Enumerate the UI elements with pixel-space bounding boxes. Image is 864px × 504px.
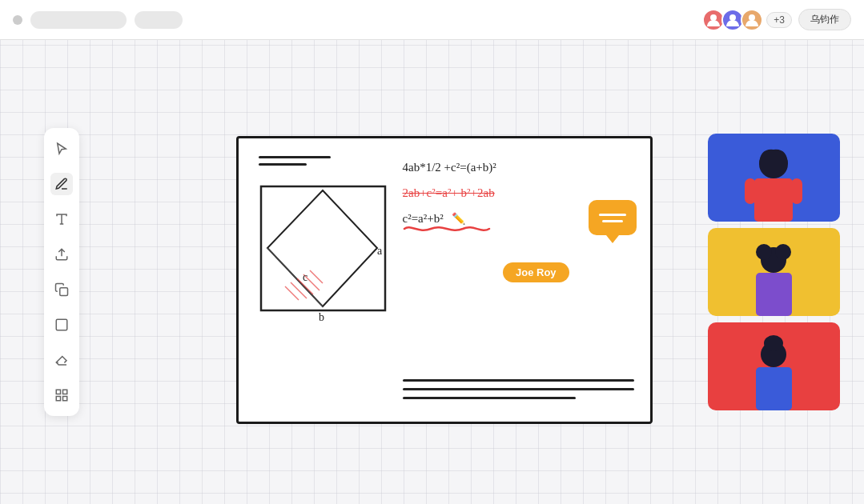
svg-rect-3 [60, 288, 68, 296]
svg-rect-27 [756, 273, 792, 316]
svg-rect-22 [745, 178, 756, 204]
cursor-tool[interactable] [50, 138, 73, 160]
whiteboard[interactable]: c a b 4ab*1/2 +c²=(a+b)² [236, 136, 653, 424]
svg-rect-30 [756, 367, 792, 410]
svg-rect-4 [56, 319, 67, 330]
top-bar-right: +3 乌钧作 [702, 9, 851, 31]
formula-2-container: 2ab+c²=a²+ b²+2ab [403, 186, 638, 200]
wb-bottom-lines [403, 379, 634, 399]
svg-text:a: a [377, 245, 383, 257]
pen-tool[interactable] [50, 173, 73, 195]
svg-rect-7 [56, 397, 60, 401]
video-panel-3[interactable] [708, 322, 840, 410]
top-bar-left [13, 11, 183, 29]
wb-top-lines [259, 156, 331, 166]
chat-bubble [589, 200, 637, 235]
action-button[interactable]: 乌钧作 [798, 9, 851, 30]
svg-point-0 [710, 14, 717, 21]
formula-1: 4ab*1/2 +c²=(a+b)² [403, 161, 638, 174]
app-container: +3 乌钧作 [0, 0, 864, 504]
svg-point-25 [756, 244, 772, 260]
avatar-3[interactable] [741, 9, 763, 31]
video-panel-1[interactable] [708, 134, 840, 222]
top-bar: +3 乌钧作 [0, 0, 864, 40]
svg-rect-23 [791, 178, 802, 204]
svg-text:b: b [319, 311, 324, 323]
chat-line-1 [599, 214, 626, 216]
formula-2: 2ab+c²=a²+ b²+2ab [403, 186, 495, 199]
eraser-tool[interactable] [50, 349, 73, 371]
svg-line-16 [310, 270, 323, 283]
top-bar-pill2 [135, 11, 183, 29]
svg-rect-8 [63, 397, 67, 401]
video-panel-2[interactable] [708, 228, 840, 316]
grid-tool[interactable] [50, 384, 73, 406]
copy-tool[interactable] [50, 278, 73, 301]
svg-rect-5 [56, 390, 60, 394]
video-panels [708, 134, 840, 410]
toolbar [44, 128, 79, 416]
svg-point-29 [764, 335, 783, 351]
main-content: c a b 4ab*1/2 +c²=(a+b)² [0, 40, 864, 504]
red-squiggle [403, 222, 491, 234]
rect-tool[interactable] [50, 314, 73, 336]
whiteboard-content: c a b 4ab*1/2 +c²=(a+b)² [239, 138, 650, 422]
chat-line-2 [602, 220, 623, 222]
svg-point-1 [729, 14, 736, 21]
joe-roy-label: Joe Roy [503, 262, 569, 282]
svg-marker-10 [267, 190, 377, 306]
svg-text:c: c [303, 271, 307, 283]
svg-rect-6 [63, 390, 67, 394]
text-tool[interactable] [50, 208, 73, 230]
svg-rect-9 [261, 186, 385, 310]
svg-point-2 [749, 14, 755, 21]
svg-point-26 [775, 244, 791, 260]
svg-line-11 [267, 248, 323, 306]
formula-3-container: c²=a²+b² ✏️ [403, 211, 466, 226]
avatar-group: +3 [702, 9, 792, 31]
top-bar-dot [13, 15, 22, 25]
upload-tool[interactable] [50, 243, 73, 266]
svg-rect-21 [754, 178, 793, 222]
avatar-count: +3 [766, 12, 792, 28]
top-bar-pill [30, 11, 127, 29]
geometry-box: c a b [253, 178, 393, 326]
